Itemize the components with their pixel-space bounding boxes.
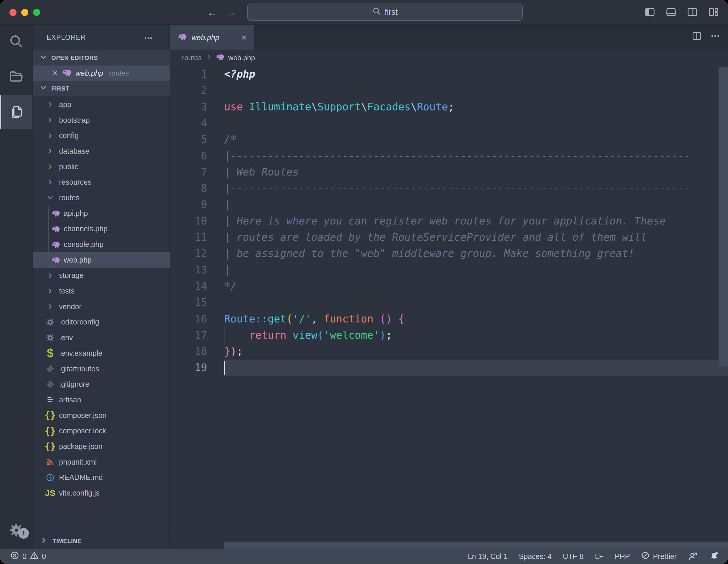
indentation-setting[interactable]: Spaces: 4	[519, 552, 552, 561]
timeline-header[interactable]: TIMELINE	[33, 533, 170, 549]
window-minimize-button[interactable]	[21, 9, 28, 16]
tab-web-php[interactable]: web.php ×	[170, 25, 254, 50]
code-line-18[interactable]: 18});	[170, 343, 728, 360]
rss-file-icon	[45, 457, 55, 467]
tree-item-app[interactable]: app	[33, 97, 170, 112]
tree-item-composer.lock[interactable]: {}composer.lock	[33, 423, 170, 439]
tree-indent-guide	[48, 206, 49, 268]
nav-forward-button[interactable]: →	[227, 6, 237, 18]
encoding-setting[interactable]: UTF-8	[563, 552, 584, 561]
eol-setting[interactable]: LF	[595, 552, 604, 561]
toggle-primary-sidebar-icon[interactable]	[644, 6, 656, 18]
code-line-3[interactable]: 3use Illuminate\Support\Facades\Route;	[170, 99, 728, 115]
tree-item-tests[interactable]: tests	[33, 283, 170, 299]
breadcrumb-dir[interactable]: routes	[182, 54, 202, 62]
tree-item-.env.example[interactable]: $.env.example	[33, 345, 170, 361]
tab-bar: web.php ×	[170, 25, 728, 50]
tree-item-channels.php[interactable]: channels.php	[33, 221, 170, 237]
tree-item-vendor[interactable]: vendor	[33, 299, 170, 314]
code-line-5[interactable]: 5/*	[170, 131, 728, 147]
horizontal-scrollbar[interactable]	[224, 542, 728, 549]
editor-more-actions-icon[interactable]	[710, 31, 720, 42]
code-line-10[interactable]: 10| Here is where you can register web r…	[170, 213, 728, 229]
tree-item-storage[interactable]: storage	[33, 268, 170, 283]
search-icon	[372, 7, 381, 18]
split-editor-icon[interactable]	[691, 31, 702, 42]
toggle-secondary-sidebar-icon[interactable]	[686, 6, 699, 18]
window-close-button[interactable]	[9, 9, 17, 16]
tree-item-.gitignore[interactable]: .gitignore	[33, 376, 170, 392]
project-folder-header[interactable]: FIRST	[33, 81, 170, 96]
code-line-1[interactable]: 1<?php	[170, 66, 728, 82]
breadcrumb-file[interactable]: web.php	[228, 54, 255, 62]
toggle-panel-icon[interactable]	[665, 6, 677, 18]
open-editor-item[interactable]: × web.php routes	[33, 65, 170, 81]
tree-item-bootstrap[interactable]: bootstrap	[33, 112, 170, 128]
tree-item-.gitattributes[interactable]: .gitattributes	[33, 361, 170, 377]
code-line-4[interactable]: 4	[170, 115, 728, 131]
cursor-position[interactable]: Ln 19, Col 1	[468, 552, 508, 561]
tree-item-database[interactable]: database	[33, 143, 170, 159]
feedback-person-icon[interactable]	[688, 551, 698, 561]
code-line-2[interactable]: 2	[170, 82, 728, 99]
tree-item-.editorconfig[interactable]: .editorconfig	[33, 314, 170, 330]
tree-item-public[interactable]: public	[33, 159, 170, 175]
code-line-15[interactable]: 15	[170, 294, 728, 311]
code-text: | be assigned to the "web" middleware gr…	[224, 245, 634, 262]
formatter-indicator[interactable]: Prettier	[641, 551, 677, 562]
code-line-16[interactable]: 16Route::get('/', function () {	[170, 311, 728, 327]
code-line-13[interactable]: 13|	[170, 262, 728, 278]
braces-file-icon: {}	[45, 441, 55, 452]
notifications-bell-icon[interactable]	[709, 551, 719, 561]
language-mode[interactable]: PHP	[615, 552, 630, 561]
chevron-right-icon	[45, 115, 55, 125]
activity-folder-icon[interactable]	[0, 59, 32, 94]
tree-item-vite.config.js[interactable]: JSvite.config.js	[33, 485, 170, 501]
activity-explorer-icon[interactable]	[0, 95, 32, 129]
tree-item-package.json[interactable]: {}package.json	[33, 439, 170, 454]
command-center-search[interactable]: first	[247, 4, 523, 21]
code-text: | Web Routes	[224, 164, 299, 180]
code-line-7[interactable]: 7| Web Routes	[170, 164, 728, 180]
tree-item-.env[interactable]: .env	[33, 330, 170, 345]
code-line-14[interactable]: 14*/	[170, 278, 728, 294]
code-editor[interactable]: 1<?php23use Illuminate\Support\Facades\R…	[170, 66, 728, 549]
open-editor-filename: web.php	[76, 69, 104, 78]
customize-layout-icon[interactable]	[707, 6, 720, 18]
code-line-6[interactable]: 6|--------------------------------------…	[170, 148, 728, 164]
tab-close-icon[interactable]: ×	[241, 32, 247, 42]
settings-gear-icon[interactable]: 1	[0, 514, 32, 547]
tree-item-console.php[interactable]: console.php	[33, 237, 170, 252]
open-editors-header[interactable]: OPEN EDITORS	[33, 50, 170, 65]
nav-back-button[interactable]: ←	[207, 6, 217, 18]
tree-item-web.php[interactable]: web.php	[33, 252, 170, 268]
breadcrumb: routes web.php	[170, 50, 728, 66]
line-number: 15	[170, 294, 207, 311]
tree-item-api.php[interactable]: api.php	[33, 206, 170, 221]
tree-item-routes[interactable]: routes	[33, 190, 170, 206]
tree-item-artisan[interactable]: artisan	[33, 392, 170, 408]
tree-item-composer.json[interactable]: {}composer.json	[33, 408, 170, 423]
code-line-19[interactable]: 19	[170, 360, 728, 376]
code-line-9[interactable]: 9|	[170, 196, 728, 213]
code-line-11[interactable]: 11| routes are loaded by the RouteServic…	[170, 229, 728, 245]
chevron-right-icon	[45, 177, 55, 188]
code-text: |---------------------------------------…	[224, 180, 690, 196]
chevron-right-icon	[40, 537, 48, 546]
code-line-8[interactable]: 8|--------------------------------------…	[170, 180, 728, 196]
close-editor-icon[interactable]: ×	[53, 68, 58, 78]
tree-item-resources[interactable]: resources	[33, 174, 170, 190]
window-zoom-button[interactable]	[33, 9, 40, 16]
vertical-scrollbar[interactable]	[719, 67, 728, 366]
chevron-right-icon	[45, 161, 55, 172]
tree-item-phpunit.xml[interactable]: phpunit.xml	[33, 454, 170, 470]
tree-item-label: vendor	[59, 302, 81, 311]
tree-item-readme.md[interactable]: README.md	[33, 470, 170, 486]
tree-item-config[interactable]: config	[33, 128, 170, 143]
code-line-17[interactable]: 17 return view('welcome');	[170, 327, 728, 343]
sidebar-more-actions-icon[interactable]	[144, 34, 153, 44]
code-line-12[interactable]: 12| be assigned to the "web" middleware …	[170, 245, 728, 262]
php-file-icon	[51, 239, 61, 250]
problems-indicator[interactable]: 0 0	[10, 551, 46, 562]
activity-search-icon[interactable]	[0, 24, 32, 58]
